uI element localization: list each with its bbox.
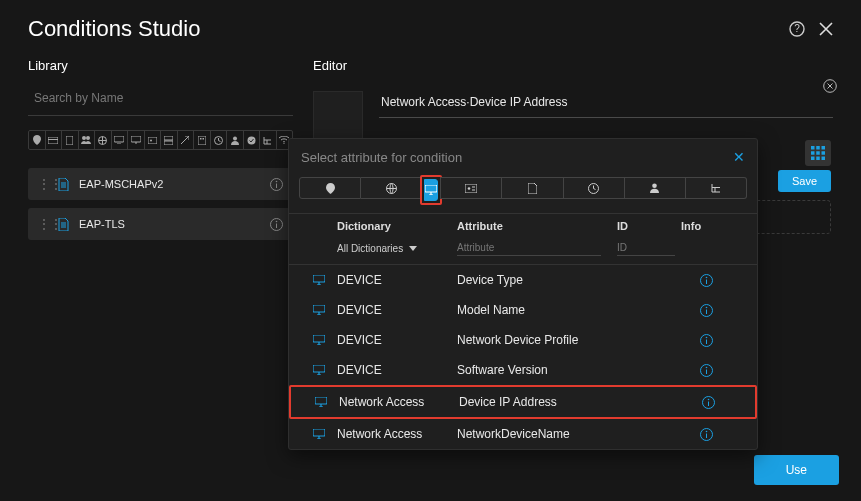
picker-title: Select attribute for condition bbox=[301, 150, 733, 165]
svg-point-53 bbox=[705, 276, 707, 278]
svg-rect-36 bbox=[811, 157, 815, 161]
info-icon[interactable] bbox=[681, 428, 731, 441]
id-filter-input[interactable] bbox=[617, 240, 675, 256]
info-icon[interactable] bbox=[270, 218, 283, 231]
arrow-icon[interactable] bbox=[178, 131, 195, 149]
row-attribute: Model Name bbox=[457, 303, 617, 317]
library-item-label: EAP-MSCHAPv2 bbox=[79, 178, 260, 190]
tab-location-icon[interactable] bbox=[299, 177, 361, 199]
condition-attribute-field[interactable] bbox=[379, 91, 833, 118]
desktop-icon[interactable] bbox=[112, 131, 129, 149]
users-icon[interactable] bbox=[79, 131, 96, 149]
svg-rect-8 bbox=[114, 136, 124, 142]
tab-monitor-icon[interactable] bbox=[424, 179, 438, 201]
drag-handle-icon[interactable]: ⋮⋮ bbox=[38, 177, 48, 191]
condition-block-thumb[interactable] bbox=[313, 91, 363, 141]
editor-label: Editor bbox=[313, 58, 833, 73]
row-dictionary: DEVICE bbox=[337, 273, 457, 287]
library-label: Library bbox=[28, 58, 293, 73]
col-dictionary: Dictionary bbox=[337, 220, 457, 232]
tablet-icon[interactable] bbox=[62, 131, 79, 149]
svg-rect-40 bbox=[425, 185, 437, 192]
svg-rect-32 bbox=[822, 146, 826, 150]
info-icon[interactable] bbox=[681, 274, 731, 287]
library-item[interactable]: ⋮⋮ EAP-MSCHAPv2 bbox=[28, 168, 293, 200]
svg-rect-18 bbox=[202, 138, 204, 140]
building-icon[interactable] bbox=[194, 131, 211, 149]
apps-icon-button[interactable] bbox=[805, 140, 831, 166]
help-icon[interactable]: ? bbox=[789, 21, 805, 37]
attribute-row[interactable]: DEVICEDevice Type bbox=[289, 265, 757, 295]
row-attribute: Software Version bbox=[457, 363, 617, 377]
svg-rect-34 bbox=[816, 151, 820, 155]
svg-point-44 bbox=[468, 187, 471, 190]
document-icon bbox=[58, 178, 69, 191]
check-icon[interactable] bbox=[244, 131, 261, 149]
drag-handle-icon[interactable]: ⋮⋮ bbox=[38, 217, 48, 231]
monitor-icon[interactable] bbox=[128, 131, 145, 149]
clear-condition-icon[interactable] bbox=[823, 79, 837, 93]
info-icon[interactable] bbox=[270, 178, 283, 191]
info-icon[interactable] bbox=[681, 304, 731, 317]
svg-point-59 bbox=[705, 306, 707, 308]
clock-icon[interactable] bbox=[211, 131, 228, 149]
row-attribute: Device IP Address bbox=[459, 395, 619, 409]
svg-rect-67 bbox=[313, 365, 325, 372]
card-icon[interactable] bbox=[46, 131, 63, 149]
hierarchy-icon[interactable] bbox=[260, 131, 277, 149]
svg-rect-12 bbox=[148, 137, 157, 144]
svg-rect-35 bbox=[822, 151, 826, 155]
svg-rect-37 bbox=[816, 157, 820, 161]
svg-rect-15 bbox=[164, 141, 173, 145]
row-dictionary: Network Access bbox=[339, 395, 459, 409]
svg-point-83 bbox=[705, 430, 707, 432]
library-item[interactable]: ⋮⋮ EAP-TLS bbox=[28, 208, 293, 240]
close-icon[interactable] bbox=[819, 22, 833, 36]
svg-rect-73 bbox=[315, 397, 327, 404]
monitor-icon bbox=[301, 429, 337, 439]
svg-point-48 bbox=[652, 184, 657, 189]
user-icon[interactable] bbox=[227, 131, 244, 149]
info-icon[interactable] bbox=[681, 364, 731, 377]
use-button[interactable]: Use bbox=[754, 455, 839, 485]
row-attribute: NetworkDeviceName bbox=[457, 427, 617, 441]
attribute-row[interactable]: DEVICESoftware Version bbox=[289, 355, 757, 385]
attribute-row[interactable]: Network AccessNetworkDeviceName bbox=[289, 419, 757, 449]
row-dictionary: DEVICE bbox=[337, 333, 457, 347]
svg-point-27 bbox=[276, 220, 278, 222]
svg-rect-31 bbox=[816, 146, 820, 150]
attribute-row[interactable]: DEVICEModel Name bbox=[289, 295, 757, 325]
server-icon[interactable] bbox=[161, 131, 178, 149]
svg-rect-33 bbox=[811, 151, 815, 155]
globe-icon[interactable] bbox=[95, 131, 112, 149]
info-icon[interactable] bbox=[681, 334, 731, 347]
dictionary-filter[interactable]: All Dictionaries bbox=[337, 243, 457, 254]
svg-rect-4 bbox=[66, 136, 73, 145]
library-category-icons[interactable] bbox=[28, 130, 293, 150]
tab-globe-icon[interactable] bbox=[361, 177, 422, 199]
picker-close-icon[interactable]: ✕ bbox=[733, 149, 745, 165]
row-dictionary: Network Access bbox=[337, 427, 457, 441]
save-button[interactable]: Save bbox=[778, 170, 831, 192]
tab-document-icon[interactable] bbox=[502, 177, 563, 199]
row-dictionary: DEVICE bbox=[337, 303, 457, 317]
pin-icon[interactable] bbox=[29, 131, 46, 149]
svg-rect-79 bbox=[313, 429, 325, 436]
tab-hierarchy-icon[interactable] bbox=[686, 177, 747, 199]
attribute-row[interactable]: DEVICENetwork Device Profile bbox=[289, 325, 757, 355]
svg-rect-38 bbox=[822, 157, 826, 161]
svg-point-24 bbox=[276, 180, 278, 182]
info-icon[interactable] bbox=[683, 396, 733, 409]
tab-clock-icon[interactable] bbox=[564, 177, 625, 199]
svg-point-65 bbox=[705, 336, 707, 338]
tab-user-icon[interactable] bbox=[625, 177, 686, 199]
svg-rect-61 bbox=[313, 335, 325, 342]
attribute-filter-input[interactable] bbox=[457, 240, 601, 256]
search-input[interactable] bbox=[28, 85, 293, 116]
badge-icon[interactable] bbox=[145, 131, 162, 149]
attribute-row[interactable]: Network AccessDevice IP Address bbox=[289, 385, 757, 419]
svg-point-13 bbox=[150, 139, 152, 141]
svg-rect-10 bbox=[131, 136, 141, 142]
tab-id-card-icon[interactable] bbox=[440, 177, 502, 199]
svg-text:?: ? bbox=[794, 23, 800, 34]
